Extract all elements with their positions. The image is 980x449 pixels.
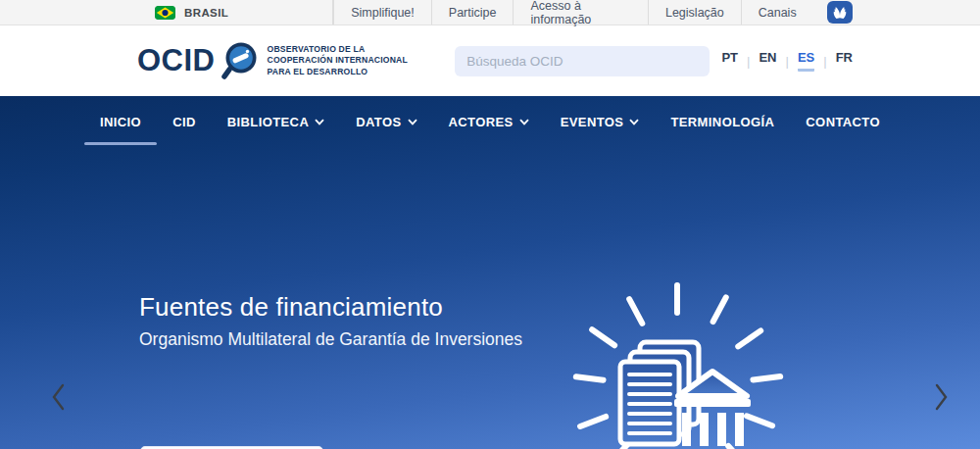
hero-section: INICIO CID BIBLIOTECA DATOS ACTORES EVEN…: [0, 96, 980, 449]
search-container: [455, 46, 710, 76]
nav-item-biblioteca[interactable]: BIBLIOTECA: [225, 109, 326, 135]
nav-item-eventos[interactable]: EVENTOS: [559, 109, 642, 135]
ocid-logo[interactable]: OCID OBSERVATORIO DE LA COOPERACIÓN INTE…: [137, 39, 408, 82]
logo-acronym: OCID: [137, 43, 216, 78]
chevron-down-icon: [629, 119, 639, 125]
nav-item-terminologia[interactable]: TERMINOLOGÍA: [668, 109, 776, 135]
lang-en[interactable]: EN: [759, 50, 776, 72]
language-switcher: PT | EN | ES | FR: [721, 50, 853, 72]
carousel-prev-button[interactable]: [45, 378, 73, 419]
chevron-right-icon: [931, 382, 951, 412]
chevron-down-icon: [408, 119, 417, 125]
chevron-down-icon: [315, 119, 324, 125]
libras-hands-icon: [832, 6, 848, 20]
nav-item-contacto[interactable]: CONTACTO: [804, 109, 882, 135]
topbar-link-canais[interactable]: Canais: [741, 0, 813, 25]
nav-item-cid[interactable]: CID: [171, 109, 198, 135]
lang-es-active[interactable]: ES: [798, 50, 814, 72]
lang-fr[interactable]: FR: [836, 50, 853, 72]
gov-brand-label: BRASIL: [184, 7, 228, 19]
chevron-down-icon: [519, 119, 529, 125]
topbar-link-legislacao[interactable]: Legislação: [648, 0, 741, 25]
slide-subtitle: Organismo Multilateral de Garantía de In…: [139, 329, 522, 350]
nav-item-actores[interactable]: ACTORES: [447, 109, 531, 135]
chevron-left-icon: [49, 382, 69, 412]
gov-links: Simplifique! Participe Acesso à informaç…: [333, 0, 853, 25]
site-header: OCID OBSERVATORIO DE LA COOPERACIÓN INTE…: [0, 25, 980, 96]
topbar-link-acesso-informacao[interactable]: Acesso à informação: [513, 0, 648, 25]
gov-topbar: BRASIL Simplifique! Participe Acesso à i…: [0, 0, 980, 25]
main-nav: INICIO CID BIBLIOTECA DATOS ACTORES EVEN…: [0, 96, 980, 147]
topbar-link-participe[interactable]: Participe: [431, 0, 514, 25]
slide-title: Fuentes de financiamiento: [139, 292, 443, 323]
documents-and-bank-burst-icon: [564, 275, 791, 449]
nav-item-datos[interactable]: DATOS: [354, 109, 418, 135]
topbar-link-simplifique[interactable]: Simplifique!: [333, 0, 431, 25]
nav-item-inicio[interactable]: INICIO: [98, 109, 143, 135]
search-input[interactable]: [455, 46, 710, 76]
brazil-flag-icon: [155, 6, 175, 20]
gov-brand[interactable]: BRASIL: [155, 0, 228, 25]
accessibility-libras-button[interactable]: [827, 1, 853, 24]
lang-separator: |: [786, 54, 789, 69]
carousel-next-button[interactable]: [927, 378, 955, 419]
lang-separator: |: [823, 54, 826, 69]
lang-pt[interactable]: PT: [721, 50, 738, 72]
magnifier-icon: [220, 39, 261, 82]
logo-wordmark: OBSERVATORIO DE LA COOPERACIÓN INTERNACI…: [268, 44, 408, 77]
lang-separator: |: [747, 54, 750, 69]
